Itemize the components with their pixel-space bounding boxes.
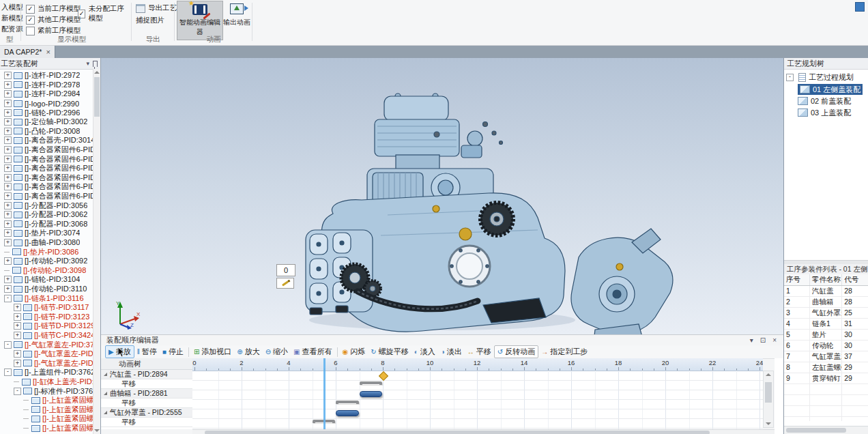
assembly-tree-item[interactable]: +[]-链节-PID:3123 (0, 313, 93, 322)
expand-icon[interactable]: + (4, 211, 12, 218)
assembly-tree-item[interactable]: +[]-离合器紧固件6-PID: (0, 173, 93, 183)
scroll-up-icon[interactable] (94, 71, 100, 74)
assembly-tree-item[interactable]: +[]-气缸罩盖左-PID: (0, 349, 93, 359)
assembly-tree-item[interactable]: +[]-分配器-PID:3068 (0, 220, 93, 229)
assembly-tree-item[interactable]: +[]-链节C-PID:3424 (0, 331, 93, 341)
collapse-arrow-icon[interactable] (104, 392, 107, 395)
assembly-tree-item[interactable]: +[]-离合器紧固件6-PID: (0, 154, 93, 164)
document-tab[interactable]: DA CAPP2* × (0, 46, 55, 58)
expand-icon[interactable]: + (4, 136, 12, 144)
annotation-edit-box[interactable] (276, 278, 294, 289)
parts-column-header[interactable]: 零件名称 (810, 274, 842, 285)
parts-table-row[interactable]: 8左缸盖螺钉129 (784, 362, 868, 373)
seq-assign-step-button[interactable]: →指定到工步 (538, 346, 590, 358)
close-icon[interactable]: × (772, 336, 777, 344)
parts-table-row[interactable]: 9贯穿销钉29 (784, 373, 868, 384)
assembly-tree-item[interactable]: +[]-曲轴-PID:3080 (0, 238, 93, 248)
parts-table-row[interactable]: 7气缸罩盖左37 (784, 351, 868, 362)
assembly-tree-item[interactable]: +[]-传动轮-PID:3092 (0, 257, 93, 266)
expand-icon[interactable]: + (14, 350, 21, 358)
assembly-tree-item[interactable]: +[]-离合器紧固件6-PID: (0, 145, 93, 155)
assembly-tree-item[interactable]: []-上缸盖紧固螺钉 (0, 424, 93, 433)
assembly-tree-item[interactable]: +[]-连杆-PID:2978 (0, 81, 93, 90)
expand-icon[interactable]: + (4, 72, 12, 79)
scrollbar-thumb[interactable] (94, 77, 100, 117)
collapse-icon[interactable]: - (14, 388, 21, 395)
seq-fade-out-button[interactable]: ◑淡出 (438, 346, 465, 358)
process-item[interactable]: 03 上盖装配 (798, 107, 851, 118)
display-model-checkbox[interactable]: 紧前工序模型 (26, 26, 81, 35)
assembly-tree-item[interactable]: -[]-上盖组件-PID:3762 (0, 368, 93, 377)
parts-column-header[interactable]: 序号 (784, 274, 810, 285)
expand-icon[interactable]: + (4, 128, 12, 135)
seq-pan-button[interactable]: ↔平移 (465, 346, 494, 358)
assembly-tree-item[interactable]: +[]-离合器壳-PID:3014 (0, 136, 93, 145)
gantt-range-bar[interactable] (336, 401, 359, 404)
assembly-tree-item[interactable]: +[]-离合器紧固件6-PID: (0, 164, 93, 173)
assembly-tree-item[interactable]: []-缸体上盖壳-PID: (0, 377, 93, 387)
expand-icon[interactable]: + (14, 360, 21, 367)
anim-track-part[interactable]: 曲轴箱 - PID:2881 (101, 389, 192, 399)
scrollbar-thumb[interactable] (765, 382, 772, 403)
collapse-arrow-icon[interactable] (104, 411, 107, 414)
timeline-ruler[interactable]: 024681012141618202224 (192, 358, 763, 371)
expand-icon[interactable]: + (4, 239, 12, 246)
assembly-tree-item[interactable]: +[]-气缸罩盖左-PID: (0, 359, 93, 368)
expand-icon[interactable]: + (4, 164, 12, 172)
assembly-tree-item[interactable]: +[]-logo-PID:2990 (0, 99, 93, 108)
expand-icon[interactable]: + (4, 90, 12, 98)
anim-track-part[interactable]: 汽缸盖 - PID:2894 (101, 370, 192, 379)
checkbox-checked-icon[interactable]: ✓ (26, 5, 35, 14)
scroll-down-icon[interactable] (94, 429, 100, 432)
seq-add-view-button[interactable]: ⊞添加视口 (191, 346, 234, 358)
seq-spiral-pan-button[interactable]: ↻螺旋平移 (368, 346, 411, 358)
expand-icon[interactable]: + (4, 174, 12, 182)
gantt-action-bar[interactable] (360, 391, 383, 397)
parts-column-header[interactable]: 代号 (842, 274, 868, 285)
collapse-icon[interactable]: - (4, 295, 12, 302)
parts-table-row[interactable]: 4链条131 (784, 319, 868, 330)
expand-icon[interactable]: + (4, 220, 12, 228)
assembly-tree-item[interactable]: +[]-分配器-PID:3062 (0, 210, 93, 220)
parts-table-row[interactable]: 2曲轴箱28 (784, 297, 868, 308)
collapse-icon[interactable]: - (4, 368, 12, 376)
seq-zoom-out-button[interactable]: ⊖缩小 (263, 346, 291, 358)
pin-icon[interactable] (93, 61, 98, 67)
scroll-up-icon[interactable] (766, 373, 771, 376)
expand-icon[interactable]: + (14, 313, 21, 321)
assembly-tree-item[interactable]: []-上缸盖紧固螺钉 (0, 396, 93, 405)
anim-track-part[interactable]: 气缸外罩盖 - PID:2555 (101, 408, 192, 418)
process-item[interactable]: 02 前盖装配 (798, 96, 851, 106)
expand-icon[interactable]: + (14, 322, 21, 330)
process-item[interactable]: 01 左侧盖装配 (798, 84, 863, 95)
display-model-checkbox[interactable]: ✓未分配工序模型 (78, 4, 131, 23)
assembly-tree-item[interactable]: +[]-凸轮-PID:3008 (0, 127, 93, 136)
gantt-range-bar[interactable] (360, 381, 383, 385)
scroll-down-icon[interactable] (766, 422, 771, 425)
display-model-checkbox[interactable]: ✓当前工序模型 (26, 4, 81, 14)
seq-fade-in-button[interactable]: ◐淡入 (411, 346, 438, 358)
assembly-tree-item[interactable]: -[]-标准件-PID:3769 (0, 386, 93, 396)
anim-track-action[interactable]: 平移 (101, 418, 192, 427)
assembly-tree-item[interactable]: -[]-气缸罩盖左-PID:374 (0, 340, 93, 349)
assembly-tree-item[interactable]: +[]-垫片-PID:3074 (0, 229, 93, 238)
gantt-action-bar[interactable] (336, 410, 359, 416)
expand-icon[interactable]: + (4, 192, 12, 200)
parts-table-row[interactable]: 3气缸外罩盖25 (784, 308, 868, 319)
assembly-tree-item[interactable]: -[]-链条1-PID:3116 (0, 293, 93, 303)
assembly-tree-item[interactable]: []-上缸盖紧固螺钉 (0, 414, 93, 424)
timeline-vertical-scrollbar[interactable] (763, 371, 774, 428)
assembly-tree-item[interactable]: +[]-离合器紧固件6-PID: (0, 182, 93, 192)
expand-icon[interactable]: + (4, 100, 12, 107)
assembly-tree-item[interactable]: +[]-传动轮-PID:3110 (0, 285, 93, 294)
parts-table-scrollbar[interactable] (784, 426, 868, 434)
timeline[interactable]: 024681012141618202224 (192, 358, 763, 429)
assembly-tree-item[interactable]: +[]-链节D-PID:3129 (0, 321, 93, 331)
expand-icon[interactable]: + (4, 285, 12, 293)
checkbox-unchecked-icon[interactable] (26, 27, 35, 35)
assembly-tree-item[interactable]: +[]-连杆-PID:2972 (0, 71, 93, 81)
expand-icon[interactable]: + (4, 276, 12, 283)
expand-icon[interactable]: + (4, 202, 12, 209)
seq-pause-button[interactable]: ‖暂停 (134, 346, 160, 358)
assembly-tree-item[interactable]: +[]-连杆-PID:2984 (0, 89, 93, 99)
